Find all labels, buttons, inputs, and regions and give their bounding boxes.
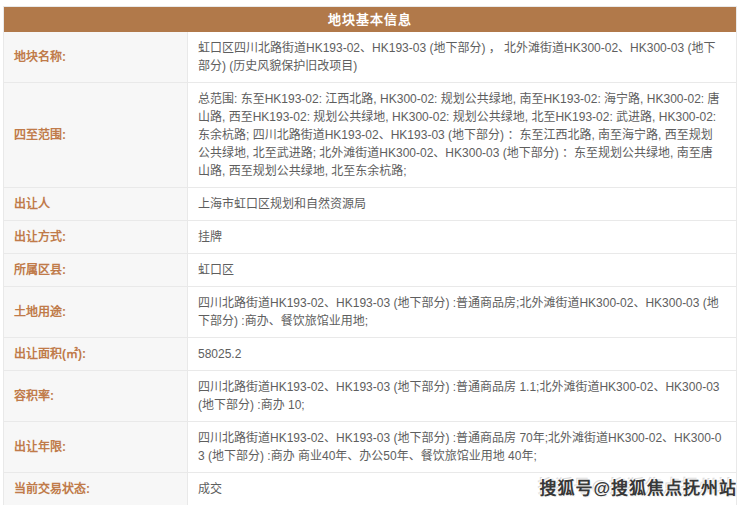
row-value-transfer-term: 四川北路街道HK193-02、HK193-03 (地下部分) :普通商品房 70… — [188, 422, 736, 472]
land-parcel-info-table: 地块基本信息 地块名称: 虹口区四川北路街道HK193-02、HK193-03 … — [3, 6, 737, 505]
row-value-grantor: 上海市虹口区规划和自然资源局 — [188, 188, 736, 220]
row-label-district: 所属区县: — [4, 254, 188, 286]
row-value-transfer-method: 挂牌 — [188, 221, 736, 253]
row-label-boundaries: 四至范围: — [4, 83, 188, 187]
table-row: 容积率: 四川北路街道HK193-02、HK193-03 (地下部分) :普通商… — [4, 371, 736, 422]
table-row: 出让年限: 四川北路街道HK193-02、HK193-03 (地下部分) :普通… — [4, 422, 736, 473]
table-row: 出让人 上海市虹口区规划和自然资源局 — [4, 188, 736, 221]
row-label-transfer-area: 出让面积(㎡): — [4, 338, 188, 370]
row-value-parcel-name: 虹口区四川北路街道HK193-02、HK193-03 (地下部分) ， 北外滩街… — [188, 32, 736, 82]
table-header-title: 地块基本信息 — [4, 7, 736, 32]
row-label-transaction-status: 当前交易状态: — [4, 473, 188, 505]
table-row: 所属区县: 虹口区 — [4, 254, 736, 287]
row-label-transfer-term: 出让年限: — [4, 422, 188, 472]
row-value-transfer-area: 58025.2 — [188, 338, 736, 370]
row-value-land-use: 四川北路街道HK193-02、HK193-03 (地下部分) :普通商品房;北外… — [188, 287, 736, 337]
table-row: 出让面积(㎡): 58025.2 — [4, 338, 736, 371]
row-label-grantor: 出让人 — [4, 188, 188, 220]
row-label-plot-ratio: 容积率: — [4, 371, 188, 421]
table-row: 出让方式: 挂牌 — [4, 221, 736, 254]
row-value-district: 虹口区 — [188, 254, 736, 286]
table-row: 土地用途: 四川北路街道HK193-02、HK193-03 (地下部分) :普通… — [4, 287, 736, 338]
row-label-transfer-method: 出让方式: — [4, 221, 188, 253]
row-value-boundaries: 总范围: 东至HK193-02: 江西北路, HK300-02: 规划公共绿地,… — [188, 83, 736, 187]
row-label-parcel-name: 地块名称: — [4, 32, 188, 82]
table-row: 四至范围: 总范围: 东至HK193-02: 江西北路, HK300-02: 规… — [4, 83, 736, 188]
table-row: 地块名称: 虹口区四川北路街道HK193-02、HK193-03 (地下部分) … — [4, 32, 736, 83]
row-label-land-use: 土地用途: — [4, 287, 188, 337]
sohu-watermark: 搜狐号@搜狐焦点抚州站 — [539, 474, 737, 499]
row-value-plot-ratio: 四川北路街道HK193-02、HK193-03 (地下部分) :普通商品房 1.… — [188, 371, 736, 421]
